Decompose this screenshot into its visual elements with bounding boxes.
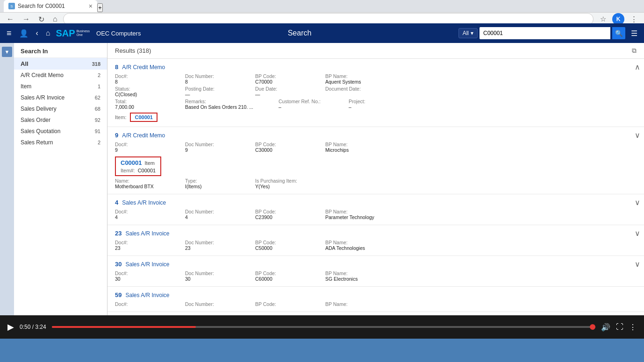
results-header: Results (318) ⧉ — [107, 43, 644, 59]
company-name: OEC Computers — [96, 30, 141, 37]
category-sales-delivery[interactable]: Sales Delivery 68 — [14, 103, 107, 114]
new-tab-button[interactable]: + — [97, 3, 103, 12]
result-3-collapse-icon[interactable]: ∨ — [635, 198, 640, 207]
result-item-1: 8 A/R Credit Memo Doc#: 8 Doc Number: 8 — [107, 59, 644, 127]
menu-icon[interactable]: ≡ — [5, 27, 14, 40]
progress-bar[interactable] — [52, 326, 595, 328]
result-3-type: Sales A/R Invoice — [122, 199, 166, 206]
cat-all-name: All — [21, 60, 92, 67]
active-tab[interactable]: S Search for C00001 × — [4, 0, 97, 12]
result-1-highlight-box[interactable]: C00001 — [130, 113, 157, 122]
side-panel-icon[interactable]: ☰ — [629, 27, 639, 40]
result-6-header: 59 Sales A/R Invoice — [115, 291, 630, 298]
category-ar-credit-memo[interactable]: A/R Credit Memo 2 — [14, 70, 107, 81]
sap-logo: SAP Business One — [56, 28, 90, 39]
cat-ar-credit-count: 2 — [98, 72, 100, 78]
category-sales-ar-invoice[interactable]: Sales A/R Invoice 62 — [14, 92, 107, 103]
play-button[interactable]: ▶ — [7, 322, 14, 332]
category-sales-quotation[interactable]: Sales Quotation 91 — [14, 126, 107, 137]
result-5-num: 30 — [115, 261, 122, 268]
search-panel: Search In All 318 A/R Credit Memo 2 Item… — [14, 43, 107, 315]
result-4-header: 23 Sales A/R Invoice — [115, 230, 630, 237]
result-3-body: Doc#: 4 Doc Number: 4 BP Code: C23900 — [115, 209, 630, 220]
result-5-type: Sales A/R Invoice — [125, 261, 169, 268]
external-link-icon[interactable]: ⧉ — [632, 47, 637, 55]
cat-ar-credit-name: A/R Credit Memo — [21, 72, 98, 78]
browser-chrome: S Search for C00001 × + ← → ↻ ⌂ ☆ K ⋮ — [0, 0, 644, 23]
category-all[interactable]: All 318 — [14, 58, 107, 70]
result-2-body: Doc#: 9 Doc Number: 9 BP Code: C30000 — [115, 142, 630, 189]
user-icon[interactable]: 👤 — [17, 27, 30, 40]
cat-sales-ord-name: Sales Order — [21, 117, 95, 123]
category-sales-order[interactable]: Sales Order 92 — [14, 114, 107, 126]
video-time: 0:50 / 3:24 — [20, 324, 46, 330]
results-area: Results (318) ⧉ 8 A/R Credit Memo Doc#: … — [107, 43, 644, 315]
tab-favicon: S — [8, 3, 15, 9]
result-1-item-label: Item: — [115, 114, 126, 120]
result-4-body: Doc#: 23 Doc Number: 23 BP Code: C50000 — [115, 240, 630, 251]
search-in-header: Search In — [14, 43, 107, 58]
fullscreen-icon[interactable]: ⛶ — [616, 323, 623, 331]
cat-item-name: Item — [21, 83, 98, 90]
result-2-collapse-icon[interactable]: ∨ — [635, 131, 640, 140]
result-1-row1: Doc#: 8 Doc Number: 8 BP Code: C70000 — [115, 73, 630, 85]
result-6-body: Doc#: Doc Number: BP Code: — [115, 301, 630, 307]
sap-topbar: ≡ 👤 ‹ ⌂ SAP Business One OEC Computers S… — [0, 23, 644, 43]
scope-arrow: ▾ — [471, 30, 473, 36]
result-2-type: A/R Credit Memo — [122, 132, 165, 139]
app-title: Search — [144, 29, 454, 37]
back-nav-icon[interactable]: ‹ — [34, 27, 40, 39]
result-5-collapse-icon[interactable]: ∨ — [635, 260, 640, 269]
result-1-type: A/R Credit Memo — [122, 64, 165, 71]
result-1-row3: Total: 7,000.00 Remarks: Based On Sales … — [115, 99, 630, 110]
progress-fill — [52, 326, 196, 328]
scope-label: All — [463, 30, 469, 36]
result-6-type: Sales A/R Invoice — [125, 292, 169, 298]
result-2-code: C00001 — [121, 159, 142, 166]
progress-dot — [590, 324, 595, 330]
item-num-val: C00001 — [138, 168, 156, 173]
home-nav-icon[interactable]: ⌂ — [44, 27, 52, 39]
result-4-num: 23 — [115, 230, 122, 237]
results-count: Results (318) — [115, 47, 151, 54]
search-area: All ▾ 🔍 ☰ — [458, 27, 639, 40]
result-2-sub-item: C00001 Item Item#: C00001 — [115, 156, 161, 176]
sap-logo-text: SAP — [56, 28, 75, 39]
result-1-body: Doc#: 8 Doc Number: 8 BP Code: C70000 — [115, 73, 630, 123]
category-item[interactable]: Item 1 — [14, 81, 107, 92]
result-1-highlight-row: Item: C00001 — [115, 112, 630, 123]
result-1-header: 8 A/R Credit Memo — [115, 64, 630, 71]
search-scope-selector[interactable]: All ▾ — [458, 28, 478, 38]
result-4-collapse-icon[interactable]: ∨ — [635, 229, 640, 238]
result-3-header: 4 Sales A/R Invoice — [115, 199, 630, 206]
search-button[interactable]: 🔍 — [612, 27, 625, 39]
result-2-item-label: Item — [145, 160, 155, 166]
cat-sales-quot-count: 91 — [95, 128, 100, 134]
result-5-body: Doc#: 30 Doc Number: 30 BP Code: C60000 — [115, 270, 630, 282]
volume-icon[interactable]: 🔊 — [601, 323, 610, 332]
cat-sales-del-count: 68 — [95, 106, 100, 112]
cat-sales-ret-name: Sales Return — [21, 139, 98, 146]
cat-sales-ord-count: 92 — [95, 117, 100, 123]
result-2-header: 9 A/R Credit Memo — [115, 132, 630, 139]
more-icon[interactable]: ⋮ — [629, 323, 637, 332]
tab-bar: S Search for C00001 × + — [0, 0, 644, 12]
video-controls: ▶ 0:50 / 3:24 🔊 ⛶ ⋮ — [0, 315, 644, 339]
browser-window: S Search for C00001 × + ← → ↻ ⌂ ☆ K ⋮ ≡ … — [0, 0, 644, 339]
result-6-num: 59 — [115, 291, 122, 298]
item-num-lbl: Item#: — [121, 168, 135, 173]
close-tab-icon[interactable]: × — [89, 2, 93, 10]
cat-sales-quot-name: Sales Quotation — [21, 128, 95, 135]
result-item-3: 4 Sales A/R Invoice Doc#: 4 Doc Number: … — [107, 194, 644, 225]
result-item-6: 59 Sales A/R Invoice Doc#: Doc Number: — [107, 287, 644, 312]
content-area: ▼ Search In All 318 A/R Credit Memo 2 It… — [0, 43, 644, 315]
filter-icon[interactable]: ▼ — [2, 47, 12, 57]
result-1-collapse-icon[interactable]: ∧ — [635, 63, 640, 71]
tab-title: Search for C00001 — [18, 3, 65, 9]
result-1-code: C00001 — [135, 114, 153, 120]
cat-all-count: 318 — [92, 61, 100, 67]
search-input[interactable] — [479, 27, 610, 39]
result-2-num: 9 — [115, 132, 118, 139]
category-sales-return[interactable]: Sales Return 2 — [14, 137, 107, 148]
cat-sales-ar-count: 62 — [95, 95, 100, 100]
